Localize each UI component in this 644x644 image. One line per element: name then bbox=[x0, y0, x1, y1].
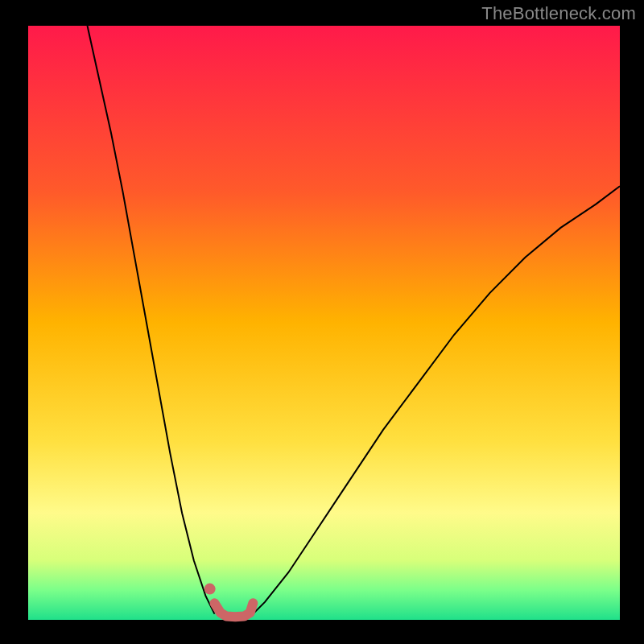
chart-frame: { "watermark": "TheBottleneck.com", "cha… bbox=[0, 0, 644, 644]
marker-group bbox=[204, 584, 216, 595]
plot-background bbox=[28, 26, 620, 620]
watermark-text: TheBottleneck.com bbox=[481, 3, 636, 24]
bottleneck-chart bbox=[0, 0, 644, 644]
marker-trough-left-dot bbox=[204, 584, 216, 595]
